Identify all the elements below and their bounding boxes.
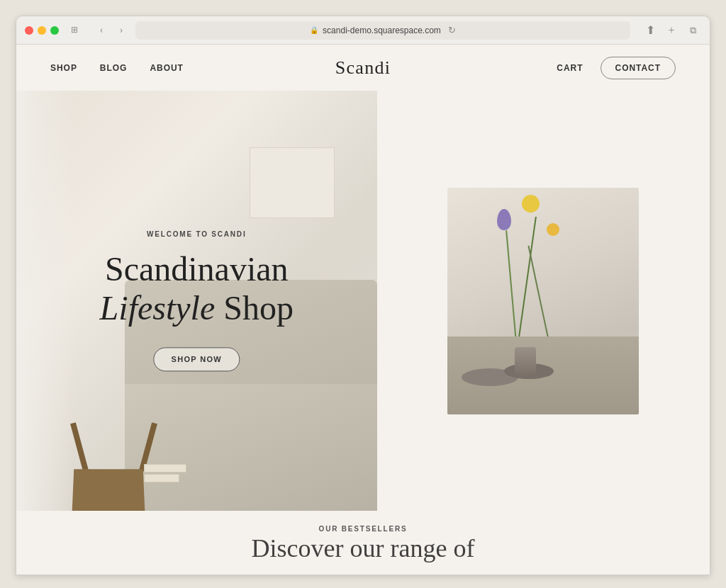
browser-toolbar: ⊞ ‹ › 🔒 scandi-demo.squarespace.com ↻ ⬆ … bbox=[16, 16, 710, 45]
browser-window: ⊞ ‹ › 🔒 scandi-demo.squarespace.com ↻ ⬆ … bbox=[16, 16, 710, 575]
address-bar[interactable]: 🔒 scandi-demo.squarespace.com ↻ bbox=[135, 21, 630, 40]
nav-shop[interactable]: SHOP bbox=[50, 63, 77, 73]
bestsellers-section: OUR BESTSELLERS Discover our range of bbox=[16, 511, 710, 575]
vase-body bbox=[515, 347, 536, 375]
hero-text-overlay: WELCOME TO SCANDI Scandinavian Lifestyle… bbox=[100, 230, 294, 371]
share-icon[interactable]: ⬆ bbox=[642, 22, 659, 39]
nav-about[interactable]: ABOUT bbox=[150, 63, 183, 73]
chair-seat bbox=[72, 469, 145, 511]
bestsellers-label: OUR BESTSELLERS bbox=[319, 525, 408, 533]
website-content: SHOP BLOG ABOUT Scandi CART CONTACT bbox=[16, 45, 710, 575]
minimize-button[interactable] bbox=[38, 26, 46, 35]
nav-blog[interactable]: BLOG bbox=[100, 63, 128, 73]
product-image bbox=[447, 188, 639, 414]
forward-button[interactable]: › bbox=[113, 22, 130, 39]
back-button[interactable]: ‹ bbox=[93, 22, 110, 39]
book-decoration bbox=[144, 474, 179, 482]
lock-icon: 🔒 bbox=[310, 26, 318, 34]
url-text: scandi-demo.squarespace.com bbox=[323, 26, 441, 35]
book-decoration bbox=[144, 464, 186, 473]
flower-yellow-2 bbox=[547, 223, 559, 236]
curtain-decoration bbox=[16, 91, 73, 511]
welcome-text: WELCOME TO SCANDI bbox=[100, 230, 294, 238]
nav-left: SHOP BLOG ABOUT bbox=[50, 63, 184, 73]
site-navigation: SHOP BLOG ABOUT Scandi CART CONTACT bbox=[16, 45, 710, 91]
window-mode-icon[interactable]: ⊞ bbox=[67, 23, 82, 38]
flower-purple bbox=[497, 209, 511, 230]
hero-section: WELCOME TO SCANDI Scandinavian Lifestyle… bbox=[16, 91, 710, 511]
chair-decoration bbox=[73, 397, 158, 511]
cart-link[interactable]: CART bbox=[557, 63, 583, 73]
hero-image-panel: WELCOME TO SCANDI Scandinavian Lifestyle… bbox=[16, 91, 377, 511]
site-logo[interactable]: Scandi bbox=[335, 57, 391, 79]
headline-line1: Scandinavian bbox=[105, 250, 289, 288]
chair-leg-left bbox=[70, 422, 89, 472]
wall-art-decoration bbox=[250, 147, 335, 218]
flower-yellow-1 bbox=[522, 195, 540, 213]
nav-right: CART CONTACT bbox=[557, 57, 676, 79]
reload-icon[interactable]: ↻ bbox=[448, 25, 456, 35]
tabs-icon[interactable]: ⧉ bbox=[684, 22, 701, 39]
fullscreen-button[interactable] bbox=[50, 26, 59, 35]
close-button[interactable] bbox=[25, 26, 33, 35]
hero-headline: Scandinavian Lifestyle Shop bbox=[100, 249, 294, 327]
new-tab-icon[interactable]: + bbox=[663, 22, 680, 39]
headline-italic: Lifestyle bbox=[100, 289, 216, 327]
hero-right-panel bbox=[377, 91, 710, 511]
table-items bbox=[144, 464, 186, 482]
discover-text: Discover our range of bbox=[252, 536, 475, 561]
browser-actions: ⬆ + ⧉ bbox=[642, 22, 701, 39]
shop-now-button[interactable]: SHOP NOW bbox=[154, 347, 240, 371]
contact-button[interactable]: CONTACT bbox=[601, 57, 676, 79]
headline-normal: Shop bbox=[215, 289, 294, 327]
traffic-lights bbox=[25, 26, 59, 35]
table-surface bbox=[447, 337, 639, 414]
browser-nav: ‹ › bbox=[93, 22, 130, 39]
